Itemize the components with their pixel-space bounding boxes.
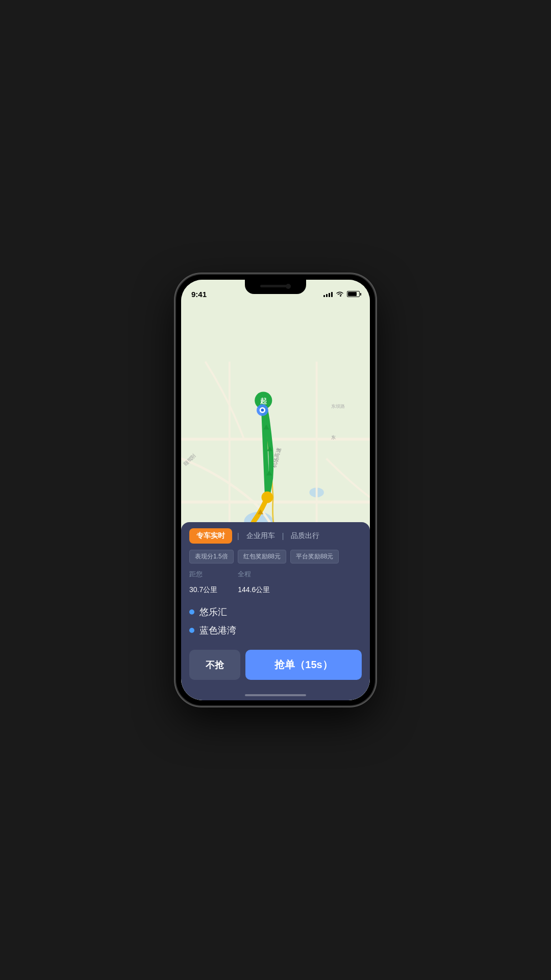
home-indicator <box>181 690 370 700</box>
total-distance-label: 全程 <box>238 570 270 579</box>
tab-bar: 专车实时 | 企业用车 | 品质出行 <box>181 522 370 544</box>
phone-frame: 9:41 <box>176 275 375 705</box>
svg-point-23 <box>261 492 273 503</box>
location-item-origin: 悠乐汇 <box>189 606 362 618</box>
tab-divider-2: | <box>282 532 284 540</box>
distance-from-you-value: 30.7公里 <box>189 580 217 596</box>
time-display: 9:41 <box>191 290 207 299</box>
signal-icon <box>323 291 333 297</box>
action-buttons: 不抢 抢单（15s） <box>181 645 370 690</box>
wifi-icon <box>336 291 344 297</box>
locations-list: 悠乐汇 蓝色港湾 <box>181 602 370 645</box>
distance-from-you-label: 距您 <box>189 570 217 579</box>
tab-zhuan-che[interactable]: 专车实时 <box>189 528 232 544</box>
home-bar <box>245 694 306 696</box>
svg-text:东: 东 <box>331 434 336 440</box>
destination-name: 蓝色港湾 <box>199 624 236 636</box>
status-icons <box>323 291 360 297</box>
camera <box>286 284 291 289</box>
badge-performance: 表现分1.5倍 <box>189 550 234 564</box>
svg-point-22 <box>261 409 264 412</box>
svg-text:起: 起 <box>260 397 267 405</box>
distance-from-you: 距您 30.7公里 <box>189 570 217 596</box>
badges-row: 表现分1.5倍 红包奖励88元 平台奖励88元 <box>181 544 370 568</box>
grab-button[interactable]: 抢单（15s） <box>245 650 362 680</box>
badge-red-packet: 红包奖励88元 <box>238 550 286 564</box>
origin-dot <box>189 609 194 615</box>
destination-dot <box>189 628 194 633</box>
battery-fill <box>348 292 357 296</box>
notch <box>245 280 306 294</box>
battery-icon <box>347 291 360 297</box>
phone-screen: 9:41 <box>181 280 370 700</box>
tab-divider-1: | <box>237 532 239 540</box>
tab-enterprise[interactable]: 企业用车 <box>244 528 277 544</box>
location-item-destination: 蓝色港湾 <box>189 624 362 636</box>
origin-name: 悠乐汇 <box>199 606 227 618</box>
badge-platform: 平台奖励88元 <box>290 550 339 564</box>
svg-text:东坝路: 东坝路 <box>331 403 345 409</box>
total-distance: 全程 144.6公里 <box>238 570 270 596</box>
bottom-panel: 专车实时 | 企业用车 | 品质出行 表现分1.5倍 红包奖励88元 平台奖励8… <box>181 522 370 700</box>
info-grid: 距您 30.7公里 全程 144.6公里 <box>181 568 370 602</box>
total-distance-value: 144.6公里 <box>238 580 270 596</box>
tab-quality[interactable]: 品质出行 <box>289 528 321 544</box>
skip-button[interactable]: 不抢 <box>189 650 240 680</box>
